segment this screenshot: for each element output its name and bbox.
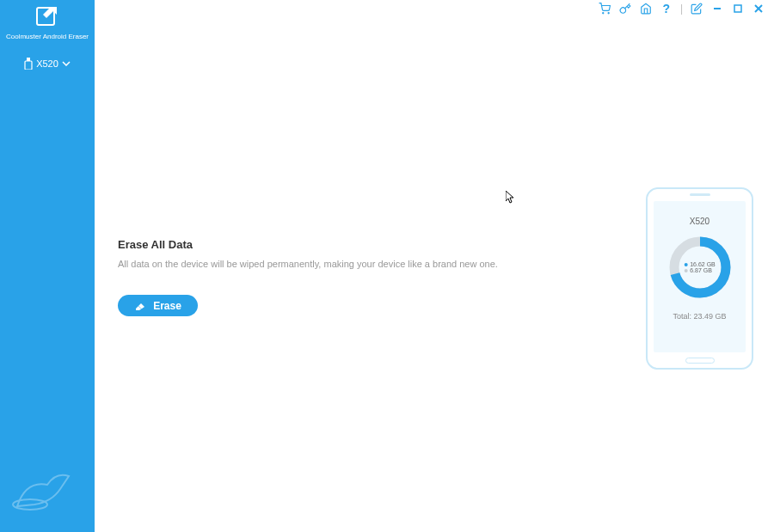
legend-used: 16.62 GB bbox=[684, 261, 716, 267]
donut-legend: 16.62 GB 6.87 GB bbox=[684, 261, 716, 273]
maximize-icon[interactable] bbox=[731, 2, 745, 15]
legend-used-label: 16.62 GB bbox=[690, 261, 716, 267]
main-content: Erase All Data All data on the device wi… bbox=[95, 17, 774, 532]
erase-button[interactable]: Erase bbox=[118, 295, 198, 316]
storage-donut-chart: 16.62 GB 6.87 GB bbox=[667, 235, 733, 300]
device-home-button bbox=[685, 358, 715, 364]
titlebar: ? | bbox=[0, 0, 774, 17]
legend-used-dot bbox=[684, 263, 687, 266]
legend-free-label: 6.87 GB bbox=[690, 267, 712, 273]
feedback-icon[interactable] bbox=[690, 2, 703, 15]
device-panel: X520 16.62 GB 6.87 GB Total: bbox=[646, 187, 753, 370]
sidebar-decoration-icon bbox=[9, 463, 77, 515]
usb-icon bbox=[24, 58, 33, 70]
minimize-icon[interactable] bbox=[710, 2, 724, 15]
close-icon[interactable] bbox=[752, 2, 765, 15]
key-icon[interactable] bbox=[618, 2, 632, 15]
home-icon[interactable] bbox=[639, 2, 653, 15]
sidebar: Coolmuster Android Eraser X520 bbox=[0, 0, 95, 532]
svg-rect-3 bbox=[734, 5, 741, 12]
svg-point-0 bbox=[603, 13, 604, 14]
page-description: All data on the device will be wiped per… bbox=[118, 259, 498, 269]
mouse-cursor-icon bbox=[506, 191, 516, 205]
legend-free-dot bbox=[684, 269, 687, 272]
app-title: Coolmuster Android Eraser bbox=[0, 31, 95, 42]
eraser-icon bbox=[134, 302, 146, 310]
cart-icon[interactable] bbox=[598, 2, 611, 15]
erase-button-label: Erase bbox=[153, 300, 181, 312]
legend-free: 6.87 GB bbox=[684, 267, 716, 273]
titlebar-icons: ? | bbox=[598, 2, 765, 15]
help-icon[interactable]: ? bbox=[660, 2, 673, 15]
page-heading: Erase All Data bbox=[118, 238, 193, 251]
chevron-down-icon bbox=[62, 61, 71, 66]
device-name-label: X520 bbox=[690, 217, 710, 226]
device-total-label: Total: 23.49 GB bbox=[673, 312, 726, 321]
device-selector-label: X520 bbox=[36, 58, 58, 69]
device-screen: X520 16.62 GB 6.87 GB Total: bbox=[654, 201, 746, 352]
device-speaker bbox=[690, 193, 710, 196]
svg-rect-8 bbox=[25, 61, 32, 70]
svg-point-1 bbox=[608, 13, 609, 14]
titlebar-divider: | bbox=[680, 3, 683, 15]
device-selector[interactable]: X520 bbox=[0, 42, 95, 85]
